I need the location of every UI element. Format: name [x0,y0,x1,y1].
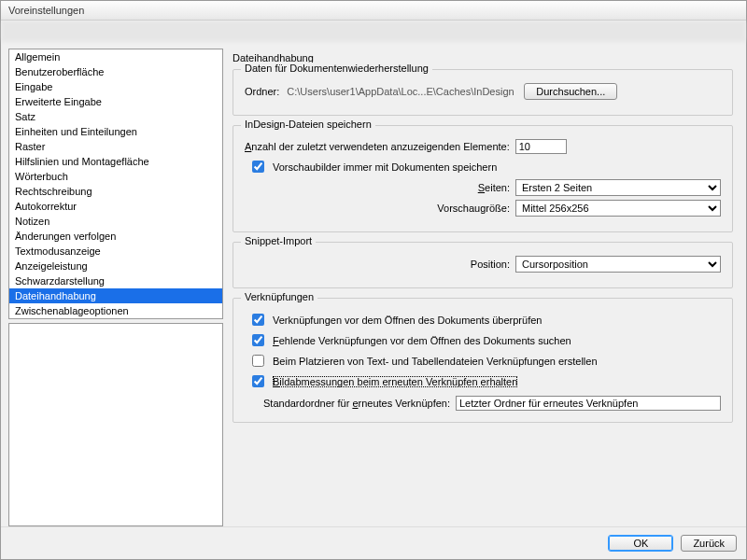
sidebar-item-einheiten-und-einteilungen[interactable]: Einheiten und Einteilungen [9,124,222,139]
browse-button[interactable]: Durchsuchen... [524,83,617,100]
check-links-before-open-label: Verknüpfungen vor dem Öffnen des Dokumen… [273,315,542,326]
pages-label: Seiten: [267,182,510,193]
sidebar-item-rechtschreibung[interactable]: Rechtschreibung [9,184,222,199]
group-snippet: Snippet-Import Position: Cursorposition [233,242,733,288]
preserve-dimensions-checkbox[interactable] [252,375,264,387]
recent-count-label: Anzahl der zuletzt verwendeten anzuzeige… [245,141,510,152]
snippet-position-select[interactable]: Cursorposition [515,256,721,273]
sidebar-item-autokorrektur[interactable]: Autokorrektur [9,199,222,214]
sidebar-item-eingabe[interactable]: Eingabe [9,79,222,94]
sidebar-item-raster[interactable]: Raster [9,139,222,154]
check-links-before-open-checkbox[interactable] [252,314,264,326]
sidebar-item-erweiterte-eingabe[interactable]: Erweiterte Eingabe [9,94,222,109]
default-relink-folder-label: Standardordner für erneutes Verknüpfen: [263,398,450,409]
dialog-footer: OK Zurück [1,526,746,559]
sidebar-item-benutzeroberfl-che[interactable]: Benutzeroberfläche [9,64,222,79]
group-saving: InDesign-Dateien speichern Anzahl der zu… [233,125,733,232]
create-links-on-place-label: Beim Platzieren von Text- und Tabellenda… [273,356,598,367]
category-description [8,323,223,526]
find-missing-links-label: Fehlende Verknüpfungen vor dem Öffnen de… [273,335,571,346]
cancel-button[interactable]: Zurück [681,535,737,552]
sidebar-item-anzeigeleistung[interactable]: Anzeigeleistung [9,259,222,273]
recent-count-input[interactable] [515,139,567,154]
sidebar: AllgemeinBenutzeroberflächeEingabeErweit… [8,49,223,526]
group-links: Verknüpfungen Verknüpfungen vor dem Öffn… [233,298,733,423]
recovery-path-field [285,85,518,98]
find-missing-links-checkbox[interactable] [252,334,264,346]
blurred-toolbar [1,21,746,41]
preserve-dimensions-label: Bildabmessungen beim erneuten Verknüpfen… [273,376,517,387]
pages-select[interactable]: Ersten 2 Seiten [515,179,721,196]
create-links-on-place-checkbox[interactable] [252,355,264,367]
category-list[interactable]: AllgemeinBenutzeroberflächeEingabeErweit… [8,49,223,319]
default-relink-folder-input[interactable] [456,396,721,411]
group-recovery-legend: Daten für Dokumentenwiederherstellung [241,63,432,74]
main-panel: Dateihandhabung Daten für Dokumentenwied… [231,49,739,526]
snippet-position-label: Position: [267,259,510,270]
sidebar-item-w-rterbuch[interactable]: Wörterbuch [9,169,222,184]
sidebar-item--nderungen-verfolgen[interactable]: Änderungen verfolgen [9,229,222,244]
folder-label: Ordner: [245,86,279,97]
sidebar-item-dateihandhabung[interactable]: Dateihandhabung [9,288,222,303]
sidebar-item-notizen[interactable]: Notizen [9,214,222,229]
preferences-window: Voreinstellungen AllgemeinBenutzeroberfl… [0,0,747,560]
always-save-preview-label: Vorschaubilder immer mit Dokumenten spei… [273,161,497,173]
window-title: Voreinstellungen [1,1,746,21]
sidebar-item-zwischenablageoptionen[interactable]: Zwischenablageoptionen [9,303,222,318]
sidebar-item-schwarzdarstellung[interactable]: Schwarzdarstellung [9,273,222,288]
group-recovery: Daten für Dokumentenwiederherstellung Or… [233,69,733,116]
sidebar-item-allgemein[interactable]: Allgemein [9,49,222,64]
sidebar-item-textmodusanzeige[interactable]: Textmodusanzeige [9,244,222,259]
sidebar-item-hilfslinien-und-montagefl-che[interactable]: Hilfslinien und Montagefläche [9,154,222,169]
always-save-preview-checkbox[interactable] [252,161,264,173]
preview-size-select[interactable]: Mittel 256x256 [515,200,721,217]
preview-size-label: Vorschaugröße: [267,203,510,214]
group-saving-legend: InDesign-Dateien speichern [241,119,375,130]
group-snippet-legend: Snippet-Import [241,235,316,246]
sidebar-item-satz[interactable]: Satz [9,109,222,124]
ok-button[interactable]: OK [608,535,673,552]
group-links-legend: Verknüpfungen [241,291,317,302]
